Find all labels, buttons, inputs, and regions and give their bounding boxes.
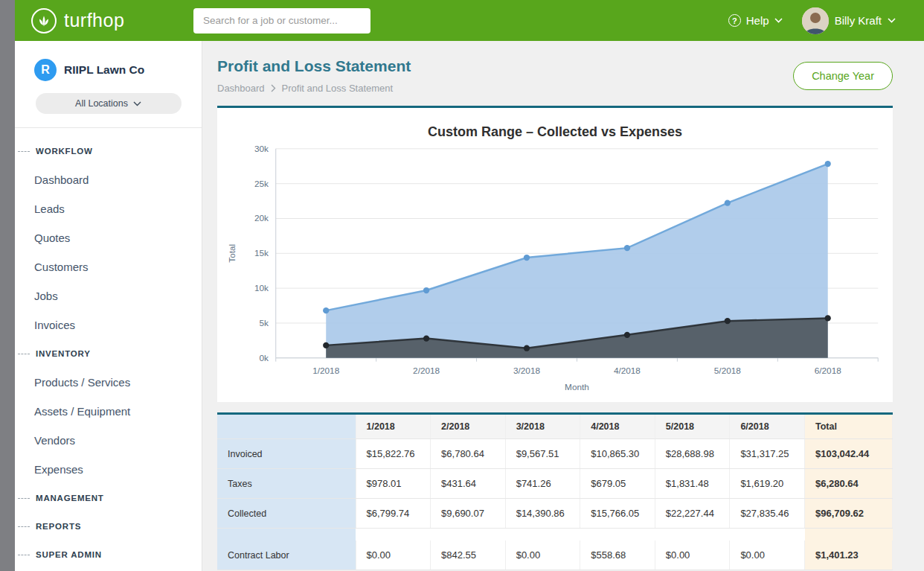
sidebar-item-jobs[interactable]: Jobs [15, 281, 202, 310]
svg-text:5k: 5k [259, 318, 269, 328]
sidebar-item-expenses[interactable]: Expenses [15, 455, 202, 484]
table-column-header: 2/2018 [431, 415, 506, 439]
chart-title: Custom Range – Collected vs Expenses [223, 124, 887, 140]
company-logo-icon: R [34, 59, 57, 81]
svg-text:10k: 10k [254, 283, 269, 293]
collected-vs-expenses-chart: 0k5k10k15k20k25k30k1/20182/20183/20184/2… [223, 141, 887, 399]
pnl-table-card: 1/20182/20183/20184/20185/20186/2018Tota… [217, 412, 893, 571]
table-cell: $15,822.76 [356, 439, 431, 469]
sidebar-section-label: REPORTS [36, 522, 81, 531]
row-total: $103,042.44 [805, 439, 893, 469]
tree-dash-icon [18, 354, 30, 354]
table-cell: $558.68 [580, 540, 655, 570]
table-cell: $1,619.20 [730, 469, 805, 499]
svg-text:Month: Month [565, 382, 589, 392]
app-window: turfhop ? Help Billy Kraft R RIIPL Lawn … [15, 0, 924, 571]
table-cell: $6,799.74 [356, 499, 431, 529]
sidebar-section-reports[interactable]: REPORTS [15, 512, 202, 540]
turfhop-leaf-icon [31, 8, 57, 34]
svg-text:15k: 15k [254, 248, 269, 258]
table-cell: $22,227.44 [655, 499, 730, 529]
pnl-table: 1/20182/20183/20184/20185/20186/2018Tota… [217, 415, 893, 571]
sidebar-item-assets-equipment[interactable]: Assets / Equipment [15, 397, 202, 426]
table-column-header: 1/2018 [356, 415, 431, 439]
user-menu[interactable]: Billy Kraft [802, 7, 896, 34]
row-label: Collected [217, 499, 356, 529]
sidebar-item-customers[interactable]: Customers [15, 252, 202, 281]
search-input[interactable] [193, 8, 370, 34]
sidebar-nav: WORKFLOWDashboardLeadsQuotesCustomersJob… [15, 128, 202, 569]
svg-text:2/2018: 2/2018 [413, 366, 440, 375]
table-cell: $9,567.51 [505, 439, 580, 469]
row-label: Invoiced [217, 439, 356, 469]
table-column-header [217, 415, 356, 439]
tree-dash-icon [18, 555, 30, 555]
topbar-right: ? Help Billy Kraft [728, 7, 896, 34]
table-row: Contract Labor$0.00$842.55$0.00$558.68$0… [217, 540, 893, 570]
table-cell: $978.01 [356, 469, 431, 499]
sidebar-section-workflow[interactable]: WORKFLOW [15, 137, 202, 165]
help-menu[interactable]: ? Help [728, 14, 783, 27]
sidebar-section-inventory[interactable]: INVENTORY [15, 339, 202, 368]
brand-name: turfhop [64, 10, 124, 31]
sidebar-item-leads[interactable]: Leads [15, 194, 202, 223]
table-column-header: 6/2018 [730, 415, 805, 439]
svg-text:1/2018: 1/2018 [312, 366, 339, 375]
sidebar-item-invoices[interactable]: Invoices [15, 310, 202, 339]
sidebar-item-quotes[interactable]: Quotes [15, 223, 202, 252]
row-total: $6,280.64 [805, 469, 893, 499]
table-row: Invoiced$15,822.76$6,780.64$9,567.51$10,… [217, 439, 893, 469]
chevron-right-icon [271, 84, 276, 92]
svg-text:0k: 0k [259, 353, 269, 363]
sidebar-item-vendors[interactable]: Vendors [15, 426, 202, 455]
table-cell: $28,688.98 [655, 439, 730, 469]
svg-text:5/2018: 5/2018 [714, 366, 741, 375]
sidebar-section-super-admin[interactable]: SUPER ADMIN [15, 540, 202, 569]
main-content: Profit and Loss Statement Dashboard Prof… [202, 41, 924, 571]
row-total: $1,401.23 [805, 540, 893, 570]
table-cell: $741.26 [505, 469, 580, 499]
table-cell: $31,317.25 [730, 439, 805, 469]
page-title: Profit and Loss Statement [217, 57, 411, 75]
topbar: turfhop ? Help Billy Kraft [15, 0, 924, 41]
sidebar-item-products-services[interactable]: Products / Services [15, 368, 202, 397]
locations-label: All Locations [75, 98, 128, 109]
table-cell: $15,766.05 [580, 499, 655, 529]
sidebar-section-label: WORKFLOW [36, 147, 93, 156]
user-name: Billy Kraft [835, 14, 882, 27]
svg-text:3/2018: 3/2018 [513, 366, 540, 375]
locations-dropdown[interactable]: All Locations [36, 93, 182, 114]
chevron-down-icon [888, 18, 896, 23]
sidebar: R RIIPL Lawn Co All Locations WORKFLOWDa… [15, 41, 202, 571]
breadcrumb-dashboard[interactable]: Dashboard [217, 83, 265, 94]
row-label: Contract Labor [217, 540, 356, 570]
page-header: Profit and Loss Statement Dashboard Prof… [217, 57, 893, 94]
row-total: $96,709.62 [805, 499, 893, 529]
sidebar-item-dashboard[interactable]: Dashboard [15, 165, 202, 194]
brand-logo[interactable]: turfhop [31, 8, 193, 34]
change-year-button[interactable]: Change Year [793, 62, 893, 90]
help-label: Help [746, 14, 769, 27]
table-cell: $1,831.48 [655, 469, 730, 499]
table-column-header: 4/2018 [580, 415, 655, 439]
table-cell: $14,390.86 [505, 499, 580, 529]
avatar [802, 7, 829, 34]
table-column-header: 3/2018 [505, 415, 580, 439]
svg-text:20k: 20k [254, 213, 269, 223]
chevron-down-icon [133, 101, 141, 106]
sidebar-section-label: SUPER ADMIN [36, 550, 102, 559]
chevron-down-icon [774, 18, 783, 23]
svg-text:Total: Total [227, 244, 237, 263]
sidebar-section-label: INVENTORY [36, 349, 91, 358]
table-cell: $0.00 [655, 540, 730, 570]
sidebar-section-management[interactable]: MANAGEMENT [15, 484, 202, 512]
svg-text:25k: 25k [254, 179, 269, 188]
table-cell: $6,780.64 [431, 439, 506, 469]
row-label: Taxes [217, 469, 356, 499]
chart-card: Custom Range – Collected vs Expenses 0k5… [217, 106, 893, 402]
tree-dash-icon [18, 151, 30, 152]
table-cell: $27,835.46 [730, 499, 805, 529]
breadcrumb-current: Profit and Loss Statement [282, 83, 394, 94]
sidebar-section-label: MANAGEMENT [36, 494, 104, 503]
help-icon: ? [728, 14, 741, 27]
